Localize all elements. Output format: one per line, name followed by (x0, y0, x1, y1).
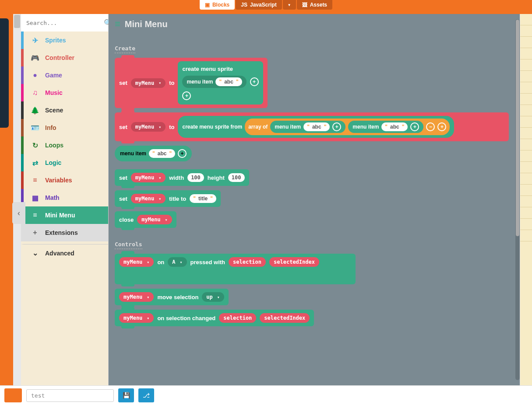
save-button[interactable]: 💾 (118, 388, 134, 402)
project-name-input[interactable]: test (26, 389, 114, 402)
chevron-down-icon: ⌄ (30, 249, 40, 257)
block-set-menu-create[interactable]: set myMenu to create menu sprite menu it… (115, 58, 268, 108)
plus-icon: + (332, 122, 341, 131)
tab-javascript[interactable]: JSJavaScript (236, 0, 282, 10)
section-create: Create (115, 45, 135, 53)
sim-screen (0, 18, 9, 128)
tab-blocks[interactable]: ▣Blocks (200, 0, 235, 10)
category-icon: ▦ (30, 194, 40, 202)
category-label: Sprites (45, 37, 66, 44)
category-label: Loops (45, 142, 63, 149)
var-dropdown[interactable]: myMenu (119, 292, 154, 302)
category-label: Logic (45, 159, 61, 166)
category-icon: ✈ (30, 36, 40, 45)
category-controller[interactable]: 🎮Controller (21, 49, 108, 66)
flyout-scrollbar[interactable] (515, 19, 520, 380)
block-move-selection[interactable]: myMenumove selectionup (115, 289, 229, 305)
block-set-menu-from-array[interactable]: set myMenu to create menu sprite from ar… (115, 112, 509, 141)
blocks-icon: ▣ (205, 2, 210, 8)
search-input[interactable] (26, 20, 100, 26)
var-dropdown[interactable]: myMenu (131, 78, 166, 88)
category-label: Controller (45, 54, 74, 61)
category-icon: ↻ (30, 141, 40, 150)
assets-icon: 🖼 (302, 2, 307, 8)
block-on-pressed[interactable]: myMenuonApressed withselectionselectedIn… (115, 254, 356, 284)
download-button[interactable] (4, 388, 22, 402)
category-game[interactable]: ●Game (21, 66, 108, 84)
param-selection[interactable]: selection (229, 257, 266, 267)
category-icon: ● (30, 71, 40, 79)
tab-assets[interactable]: 🖼Assets (297, 0, 332, 10)
search-bar: 🔍 (21, 14, 108, 31)
sim-scrollbar[interactable] (13, 14, 21, 385)
category-mini-menu[interactable]: ≡Mini Menu (21, 206, 108, 224)
category-sprites[interactable]: ✈Sprites (21, 31, 108, 49)
category-icon: + (30, 229, 40, 237)
block-menu-item[interactable]: menu item "abc" + (115, 146, 192, 161)
block-set-title[interactable]: setmyMenutitle to"title" (115, 190, 221, 207)
github-button[interactable]: ⎇ (138, 388, 154, 402)
var-dropdown[interactable]: myMenu (137, 215, 172, 224)
category-math[interactable]: ▦Math (21, 189, 108, 206)
category-extensions[interactable]: +Extensions (21, 224, 108, 241)
tab-dropdown[interactable]: ▾ (283, 0, 296, 10)
plus-icon: + (410, 122, 419, 131)
category-icon: ♫ (30, 89, 40, 97)
plus-icon[interactable]: + (437, 122, 446, 131)
category-logic[interactable]: ⇄Logic (21, 154, 108, 171)
category-label: Extensions (45, 229, 78, 236)
category-music[interactable]: ♫Music (21, 84, 108, 101)
blocks-canvas: ≡Mini Menu Create set myMenu to create m… (109, 14, 532, 385)
bottom-bar: test 💾 ⎇ (0, 385, 532, 405)
var-dropdown[interactable]: myMenu (131, 173, 166, 182)
advanced-toggle[interactable]: ⌄Advanced (21, 244, 108, 262)
category-label: Game (45, 72, 62, 79)
block-on-selection-changed[interactable]: myMenuon selection changedselectionselec… (115, 310, 314, 326)
create-from-reporter[interactable]: create menu sprite from array of menu it… (178, 116, 454, 138)
menu-item-pill[interactable]: menu item "abc" (182, 76, 246, 88)
array-of-reporter[interactable]: array of menu item "abc" + menu item "ab… (245, 119, 450, 135)
category-label: Mini Menu (45, 212, 75, 219)
category-icon: 🌲 (30, 106, 40, 115)
var-dropdown[interactable]: myMenu (119, 257, 154, 267)
category-label: Scene (45, 107, 63, 114)
section-controls: Controls (115, 241, 142, 249)
category-label: Music (45, 89, 63, 96)
category-variables[interactable]: ≡Variables (21, 171, 108, 189)
flyout-heading: ≡Mini Menu (115, 18, 508, 30)
sim-collapse-button[interactable]: ‹ (12, 202, 25, 224)
block-close[interactable]: closemyMenu (115, 211, 176, 228)
simulator-strip: ‹ (0, 14, 21, 385)
main-area: ‹ 🔍 ✈Sprites🎮Controller●Game♫Music🌲Scene… (0, 14, 532, 385)
category-icon: ≡ (30, 176, 40, 184)
category-sidebar: 🔍 ✈Sprites🎮Controller●Game♫Music🌲Scene🪪I… (21, 14, 109, 385)
param-selection[interactable]: selection (219, 313, 256, 323)
button-dropdown[interactable]: A (168, 257, 187, 267)
category-loops[interactable]: ↻Loops (21, 136, 108, 154)
category-info[interactable]: 🪪Info (21, 119, 108, 136)
var-dropdown[interactable]: myMenu (131, 194, 166, 203)
create-menu-sprite-reporter[interactable]: create menu sprite menu item "abc"+ + (178, 61, 263, 105)
dir-dropdown[interactable]: up (202, 292, 224, 302)
var-dropdown[interactable]: myMenu (119, 313, 154, 323)
menu-icon: ≡ (115, 18, 120, 30)
top-tabs: ▣Blocks JSJavaScript ▾ 🖼Assets (0, 0, 532, 14)
minus-icon[interactable]: − (426, 122, 435, 131)
category-icon: 🎮 (30, 54, 40, 62)
param-selected-index[interactable]: selectedIndex (260, 313, 310, 323)
category-icon: ⇄ (30, 159, 40, 167)
plus-icon[interactable]: + (182, 91, 191, 100)
block-set-dimensions[interactable]: setmyMenuwidth100height100 (115, 169, 249, 186)
param-selected-index[interactable]: selectedIndex (269, 257, 319, 267)
category-icon: ≡ (30, 211, 40, 219)
category-label: Variables (45, 177, 72, 184)
plus-icon[interactable]: + (250, 77, 259, 86)
docs-panel (520, 14, 532, 385)
plus-icon: + (178, 149, 187, 158)
category-label: Info (45, 124, 56, 131)
category-icon: 🪪 (30, 124, 40, 132)
category-label: Math (45, 194, 60, 201)
blocks-flyout: ≡Mini Menu Create set myMenu to create m… (109, 14, 514, 385)
var-dropdown[interactable]: myMenu (131, 122, 166, 132)
category-scene[interactable]: 🌲Scene (21, 101, 108, 119)
